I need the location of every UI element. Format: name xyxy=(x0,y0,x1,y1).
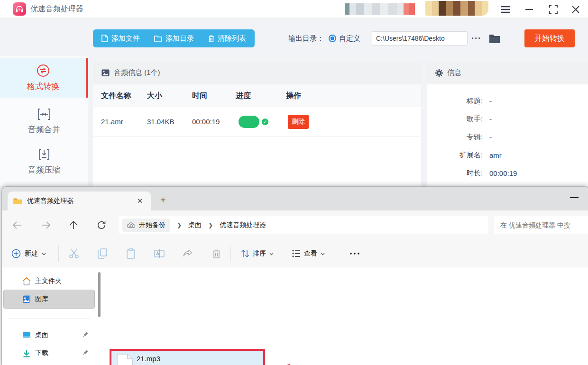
address-bar[interactable]: 开始备份 ❯ 桌面 ❯ 优速音频处理器 xyxy=(119,216,488,234)
annotation-rectangle xyxy=(110,349,265,365)
info-label-duration: 时长: xyxy=(427,169,483,178)
home-icon xyxy=(22,277,31,285)
file-plus-icon xyxy=(101,35,108,42)
info-value-artist: - xyxy=(489,115,492,123)
sidebar-item-format-convert[interactable]: 格式转换 xyxy=(0,58,88,98)
sidebar-scrollbar[interactable] xyxy=(98,272,101,317)
redacted-badge-block xyxy=(425,1,488,16)
output-dir-label: 输出目录： xyxy=(288,34,324,43)
refresh-icon[interactable] xyxy=(96,219,107,231)
output-directory-row: 输出目录： 自定义 ··· 开始转换 xyxy=(288,29,575,47)
info-fields: 标题:- 歌手:- 专辑:- 扩展名:amr 时长:00:00:19 xyxy=(427,84,588,182)
share-icon[interactable] xyxy=(182,248,193,259)
desktop-icon xyxy=(22,331,31,339)
view-list-icon xyxy=(292,250,301,257)
convert-icon xyxy=(37,64,50,77)
breadcrumb-app-folder[interactable]: 优速音频处理器 xyxy=(220,221,266,229)
chevron-down-icon xyxy=(269,253,274,256)
rename-icon[interactable] xyxy=(154,248,165,259)
backup-chip[interactable]: 开始备份 xyxy=(122,219,170,232)
sidebar-item-home[interactable]: 主文件夹 xyxy=(3,274,95,289)
open-folder-icon[interactable] xyxy=(489,34,500,43)
paste-icon[interactable] xyxy=(125,248,137,259)
file-actions-toolbar: 添加文件 添加目录 清除列表 xyxy=(93,29,255,47)
start-convert-button[interactable]: 开始转换 xyxy=(524,29,575,47)
view-button[interactable]: 查看 xyxy=(292,246,325,261)
tab-close-icon[interactable]: ✕ xyxy=(135,197,145,205)
explorer-navbar: 开始备份 ❯ 桌面 ❯ 优速音频处理器 在 优速音频处理器 中搜 xyxy=(2,210,588,240)
minimize-icon[interactable] xyxy=(523,3,535,16)
progress-done-icon: ✓ xyxy=(262,119,268,125)
close-icon[interactable] xyxy=(570,3,582,16)
sort-icon xyxy=(241,249,249,258)
info-panel-header: 信息 xyxy=(427,62,588,84)
back-icon[interactable] xyxy=(11,219,23,231)
more-options-icon[interactable] xyxy=(349,248,360,259)
compress-icon xyxy=(37,148,51,161)
row-size: 31.04KB xyxy=(147,118,175,126)
chevron-right-icon: ❯ xyxy=(208,222,213,228)
download-icon xyxy=(22,349,31,357)
sidebar-item-downloads[interactable]: 下载 xyxy=(3,346,95,361)
app-sidebar: 格式转换 音频合并 音频压缩 ••• xyxy=(0,56,88,186)
chevron-down-icon xyxy=(321,253,325,256)
menu-icon[interactable] xyxy=(499,3,512,16)
progress-bar xyxy=(239,116,259,128)
new-tab-icon[interactable]: ＋ xyxy=(158,193,167,206)
info-value-ext: amr xyxy=(489,151,502,159)
plus-circle-icon xyxy=(11,249,21,258)
col-size: 大小 xyxy=(147,91,162,101)
maximize-icon[interactable] xyxy=(547,3,560,16)
sidebar-item-audio-compress[interactable]: 音频压缩 xyxy=(0,142,88,182)
sidebar-item-audio-merge[interactable]: 音频合并 xyxy=(0,101,88,141)
copy-icon[interactable] xyxy=(97,248,108,259)
redacted-account-block xyxy=(345,3,415,15)
sidebar-item-gallery[interactable]: 图库 xyxy=(3,290,95,309)
breadcrumb-desktop[interactable]: 桌面 xyxy=(188,221,202,229)
explorer-tab[interactable]: 优速音频处理器 ✕ xyxy=(8,192,151,210)
cut-icon[interactable] xyxy=(68,248,80,259)
folder-plus-icon xyxy=(154,35,162,42)
add-folder-button[interactable]: 添加目录 xyxy=(154,34,194,43)
browse-more-button[interactable]: ··· xyxy=(471,34,481,44)
info-label-title: 标题: xyxy=(427,97,483,106)
row-filename: 21.amr xyxy=(101,118,123,126)
explorer-minimize-icon[interactable]: — xyxy=(570,192,579,202)
gear-icon xyxy=(435,69,443,77)
custom-radio-label: 自定义 xyxy=(339,34,360,43)
col-time: 时间 xyxy=(192,91,207,101)
row-time: 00:00:19 xyxy=(192,118,220,126)
forward-icon[interactable] xyxy=(40,219,51,231)
info-label-artist: 歌手: xyxy=(427,115,483,124)
cloud-backup-icon xyxy=(127,222,136,228)
folder-icon xyxy=(13,198,22,205)
col-action: 操作 xyxy=(286,91,301,101)
add-file-button[interactable]: 添加文件 xyxy=(101,34,140,43)
search-input[interactable]: 在 优速音频处理器 中搜 xyxy=(494,216,588,234)
explorer-command-bar: 新建 排序 查看 xyxy=(2,240,588,267)
new-button[interactable]: 新建 xyxy=(11,246,46,261)
chevron-right-icon: ❯ xyxy=(177,222,182,228)
info-panel-title: 信息 xyxy=(447,68,461,77)
delete-button[interactable]: 删除 xyxy=(288,115,309,129)
delete-icon[interactable] xyxy=(211,248,222,259)
app-logo-icon xyxy=(13,2,26,16)
annotation-arrow-icon xyxy=(266,363,352,365)
pin-icon xyxy=(83,331,89,339)
media-info-icon xyxy=(101,69,110,76)
output-path-input[interactable] xyxy=(372,31,468,46)
custom-radio[interactable] xyxy=(329,35,336,42)
merge-icon xyxy=(37,108,51,120)
explorer-body: 主文件夹 图库 桌面 下载 xyxy=(2,267,588,365)
sort-button[interactable]: 排序 xyxy=(241,246,274,261)
info-label-album: 专辑: xyxy=(427,133,483,142)
up-icon[interactable] xyxy=(68,219,79,231)
sidebar-item-desktop[interactable]: 桌面 xyxy=(3,328,95,343)
info-value-duration: 00:00:19 xyxy=(489,169,517,177)
info-label-ext: 扩展名: xyxy=(427,151,483,160)
info-value-album: - xyxy=(489,133,492,141)
files-panel-title: 音频信息 (1个) xyxy=(114,68,160,77)
explorer-tabbar: 优速音频处理器 ✕ ＋ — xyxy=(2,187,588,210)
backup-chip-label: 开始备份 xyxy=(139,221,165,229)
clear-list-button[interactable]: 清除列表 xyxy=(208,34,246,43)
